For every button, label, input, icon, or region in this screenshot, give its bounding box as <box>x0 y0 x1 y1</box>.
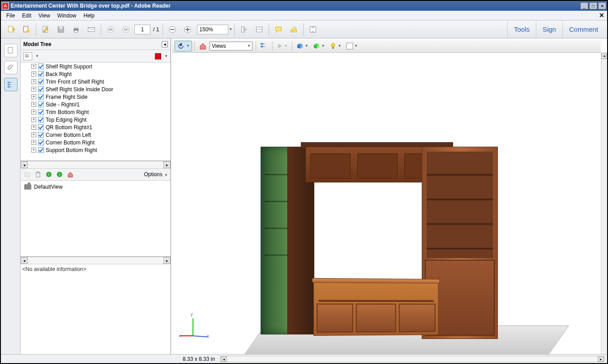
scroll-track[interactable] <box>28 161 163 168</box>
scroll-left-icon[interactable]: ◂ <box>21 161 28 168</box>
highlight-color-swatch[interactable] <box>155 53 161 59</box>
tree-item[interactable]: +QR Bottom Right#1 <box>21 123 171 131</box>
play-button[interactable]: ▼ <box>275 41 290 51</box>
checkbox-icon[interactable] <box>38 132 44 138</box>
expand-icon[interactable]: + <box>31 148 36 152</box>
scroll-up-icon[interactable]: ▴ <box>601 53 607 59</box>
close-button[interactable]: ✕ <box>598 2 606 9</box>
color-dropdown-icon[interactable]: ▼ <box>164 54 168 58</box>
page-down-button[interactable] <box>119 23 133 36</box>
thumbnails-tab[interactable] <box>4 44 17 57</box>
checkbox-icon[interactable] <box>38 71 44 77</box>
menu-view[interactable]: View <box>35 12 54 20</box>
print-button[interactable] <box>69 23 83 36</box>
menu-help[interactable]: Help <box>80 12 98 20</box>
zoom-out-button[interactable] <box>166 23 179 36</box>
expand-icon[interactable]: + <box>31 87 36 92</box>
tree-item[interactable]: +Back Right <box>21 70 171 78</box>
fit-page-button[interactable] <box>237 23 251 36</box>
maximize-button[interactable]: □ <box>589 2 597 9</box>
zoom-select[interactable] <box>197 25 228 34</box>
lighting-button[interactable]: ▼ <box>328 41 343 51</box>
render-mode-button[interactable]: ▼ <box>311 41 327 51</box>
expand-icon[interactable]: + <box>31 79 36 84</box>
sign-action[interactable]: Sign <box>536 21 562 38</box>
prev-view-button[interactable] <box>45 170 53 178</box>
menu-edit[interactable]: Edit <box>18 12 35 20</box>
comment-action[interactable]: Comment <box>562 21 604 38</box>
dropdown-icon[interactable]: ▼ <box>35 54 39 58</box>
scroll-track[interactable] <box>28 257 163 264</box>
toggle-tree-button[interactable] <box>258 41 270 51</box>
canvas-3d[interactable]: x y z <box>171 53 601 354</box>
checkbox-icon[interactable] <box>38 102 44 107</box>
checkbox-icon[interactable] <box>38 147 44 153</box>
scroll-left-icon[interactable]: ◂ <box>221 356 227 362</box>
comment-bubble-button[interactable] <box>272 23 285 36</box>
minimize-button[interactable]: _ <box>580 2 588 9</box>
page-number-input[interactable] <box>134 25 150 34</box>
views-options-dropdown[interactable]: Options ▼ <box>144 171 168 178</box>
views-hscroll[interactable]: ◂ ▸ <box>21 257 171 264</box>
page-up-button[interactable] <box>104 23 117 36</box>
tree-item[interactable]: +Corner Bottom Right <box>21 139 171 146</box>
menu-window[interactable]: Window <box>54 12 80 20</box>
home-view-button[interactable] <box>66 170 74 178</box>
email-button[interactable] <box>85 23 98 36</box>
tree-item[interactable]: +Trim Bottom Right <box>21 108 171 116</box>
views-list[interactable]: DefaultView <box>21 181 171 257</box>
tree-item[interactable]: +Shelf Right Support <box>21 63 171 70</box>
expand-icon[interactable]: + <box>31 72 36 76</box>
tree-item[interactable]: +Shelf Right Side Inside Door <box>21 85 171 93</box>
fit-width-button[interactable] <box>253 23 266 36</box>
tree-item[interactable]: +Side - Right#1 <box>21 101 171 108</box>
zoom-dropdown-icon[interactable]: ▼ <box>229 27 232 31</box>
scroll-right-icon[interactable]: ▸ <box>163 161 171 168</box>
scroll-right-icon[interactable]: ▸ <box>163 257 171 264</box>
scroll-right-icon[interactable]: ▸ <box>598 356 604 362</box>
new-view-button[interactable] <box>23 170 31 178</box>
checkbox-icon[interactable] <box>38 63 44 69</box>
home-button[interactable] <box>197 41 209 51</box>
menu-file[interactable]: File <box>3 12 18 20</box>
scroll-left-icon[interactable]: ◂ <box>21 257 28 264</box>
collapse-panel-button[interactable]: ◂ <box>162 41 168 47</box>
tree-item[interactable]: +Trim Front of Shelf Right <box>21 78 171 85</box>
tools-action[interactable]: Tools <box>507 21 536 38</box>
tree-item[interactable]: +Frame Right Side <box>21 93 171 101</box>
document-close-button[interactable]: ✕ <box>599 12 604 19</box>
create-pdf-button[interactable] <box>20 23 33 36</box>
views-select[interactable] <box>210 42 253 51</box>
checkbox-icon[interactable] <box>38 117 44 123</box>
next-view-button[interactable] <box>56 170 64 178</box>
tree-item[interactable]: +Corner Bottom Left <box>21 131 171 139</box>
highlight-button[interactable] <box>287 23 300 36</box>
tree-item[interactable]: +Top Edging Right <box>21 116 171 123</box>
expand-icon[interactable]: + <box>31 125 36 130</box>
viewer-vscroll[interactable]: ▴ <box>601 53 607 354</box>
expand-icon[interactable]: + <box>31 117 36 122</box>
expand-icon[interactable]: + <box>31 64 36 69</box>
rotate-tool-button[interactable]: ▼ <box>175 41 192 51</box>
read-mode-button[interactable] <box>306 23 320 36</box>
model-tree-tab[interactable] <box>4 78 17 91</box>
save-button[interactable] <box>54 23 68 36</box>
status-hscroll[interactable]: ◂ ▸ <box>220 356 604 362</box>
background-color-button[interactable]: ▼ <box>344 41 360 51</box>
checkbox-icon[interactable] <box>38 109 44 115</box>
checkbox-icon[interactable] <box>38 140 44 145</box>
expand-icon[interactable]: + <box>31 132 36 137</box>
zoom-in-button[interactable] <box>181 23 194 36</box>
attachments-tab[interactable] <box>4 61 17 74</box>
tree-hscroll[interactable]: ◂ ▸ <box>21 161 171 168</box>
delete-view-button[interactable] <box>34 170 42 178</box>
expand-icon[interactable]: + <box>31 110 36 114</box>
view-item-default[interactable]: DefaultView <box>22 182 169 191</box>
expand-icon[interactable]: + <box>31 140 36 145</box>
checkbox-icon[interactable] <box>38 79 44 85</box>
expand-icon[interactable]: + <box>31 102 36 107</box>
checkbox-icon[interactable] <box>38 94 44 100</box>
tree-area[interactable]: +Shelf Right Support+Back Right+Trim Fro… <box>21 63 171 161</box>
checkbox-icon[interactable] <box>38 86 44 92</box>
views-dropdown-icon[interactable]: ▼ <box>247 44 251 48</box>
